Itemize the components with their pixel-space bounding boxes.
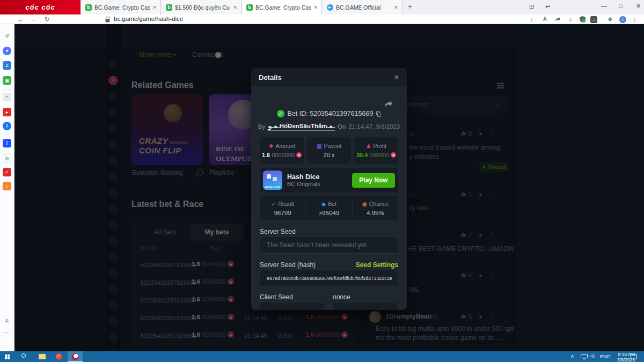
start-button[interactable]: [5, 354, 7, 357]
server-seed-field[interactable]: The Seed hasn't been revealed yet.: [260, 237, 398, 254]
copy-icon[interactable]: [376, 111, 381, 117]
volume-icon[interactable]: ◁): [590, 353, 595, 358]
tray-expand-icon[interactable]: ∧: [570, 353, 574, 359]
coccoc-taskbar-active[interactable]: [68, 351, 83, 362]
url-text[interactable]: bc.game/game/hash-dice: [114, 16, 183, 22]
tiki-icon[interactable]: T: [3, 139, 11, 147]
client-seed-field[interactable]: [260, 302, 325, 310]
chance-icon: ◉: [362, 201, 367, 207]
vtv-icon[interactable]: ✓: [3, 168, 11, 176]
back-icon[interactable]: ←: [18, 14, 24, 24]
forward-icon[interactable]: →: [31, 14, 36, 24]
games-icon[interactable]: ▣: [3, 76, 11, 85]
browser-address-bar: ← → ↻ bc.game/game/hash-dice ↓ A ☆ ↓ ❖ ☺…: [0, 14, 644, 24]
browser-tab-4[interactable]: BC.GAME Official ✕: [323, 0, 402, 14]
modal-close-icon[interactable]: ✕: [394, 73, 399, 81]
idm-download-icon[interactable]: ↓: [590, 16, 597, 23]
payout-icon: ▦: [317, 143, 322, 149]
bet-datetime: 21:14:47, 9/3/2023: [348, 123, 400, 130]
hash-dice-icon: HASH DICE: [263, 171, 282, 190]
window-minimize-button[interactable]: —: [601, 3, 607, 9]
bookmark-star-icon[interactable]: ☆: [568, 14, 573, 24]
shop-cart-icon[interactable]: ⌂: [3, 182, 11, 190]
telegram-favicon: [327, 4, 333, 11]
divider: [3, 89, 11, 90]
tab-title: BC.Game: Crypto Casino Gan: [255, 4, 311, 11]
player-link[interactable]: ـعـوHốĐenSâuThẳmـعـ: [268, 122, 335, 131]
save-page-icon[interactable]: ↓: [530, 14, 533, 24]
share-icon[interactable]: [555, 17, 561, 22]
browser-tab-1[interactable]: b BC.Game: Crypto Casino Gan ✕: [82, 0, 161, 14]
bet-target-stat: ◆Bet >95049: [305, 201, 352, 216]
browser-app-icon[interactable]: [56, 353, 62, 360]
window-maximize-button[interactable]: □: [619, 3, 623, 9]
result-stat: ✓Result 96799: [260, 201, 305, 216]
play-now-button[interactable]: Play Now: [352, 173, 395, 188]
window-close-button[interactable]: ✕: [636, 3, 641, 10]
divider: [3, 135, 11, 135]
server-seed-hash-label: Server Seed (hash): [260, 261, 316, 269]
server-seed-label: Server Seed: [260, 228, 296, 235]
game-name[interactable]: Hash Dice: [287, 173, 320, 181]
tab-close-icon[interactable]: ✕: [394, 5, 398, 10]
more-dots-icon[interactable]: ⋯: [4, 330, 9, 336]
bet-details-modal: Details ✕ ✓ Bet ID: 52035401397615669 By…: [251, 68, 407, 310]
add-shortcut-icon[interactable]: +: [3, 93, 11, 101]
reopen-tab-icon[interactable]: ↩: [545, 3, 550, 10]
result-row: ✓Result 96799 ◆Bet >95049 ◉Chance 4.95%: [260, 196, 398, 220]
new-tab-button[interactable]: +: [408, 3, 412, 11]
result-icon: ✓: [271, 201, 276, 207]
trx-coin-icon: ◆: [296, 152, 302, 158]
browser-tab-2[interactable]: b $1.500 Độc quyền Cuối tuần ✕: [162, 0, 241, 14]
tab-close-icon[interactable]: ✕: [233, 5, 237, 10]
trx-coin-icon: ◆: [391, 152, 396, 158]
network-icon[interactable]: [581, 354, 588, 359]
screen: cốc cốc b BC.Game: Crypto Casino Gan ✕ b…: [0, 0, 644, 362]
bcgame-favicon: b: [246, 4, 253, 11]
bcgame-favicon: b: [166, 4, 172, 11]
soccer-icon[interactable]: ◍: [3, 154, 11, 162]
language-indicator[interactable]: ENG: [600, 354, 611, 359]
youtube-icon[interactable]: ▸: [3, 108, 11, 116]
windows-taskbar: ∧ ◁) ENG 9:15 PM3/9/2023: [0, 351, 644, 362]
tab-title: BC.Game: Crypto Casino Gan: [94, 4, 150, 11]
client-seed-label: Client Seed: [260, 293, 293, 301]
action-center-icon[interactable]: [631, 354, 637, 359]
chance-stat: ◉Chance 4.95%: [352, 201, 398, 216]
tab-close-icon[interactable]: ✕: [152, 5, 157, 10]
share-bet-icon[interactable]: [384, 100, 393, 108]
server-seed-hash-field[interactable]: e97ed7a08c0b72a898a6667e8f0cefdf6b7b8f2d…: [260, 270, 398, 287]
notification-bell-icon[interactable]: 🕭: [3, 316, 11, 325]
modal-title: Details: [259, 73, 282, 82]
tab-title: $1.500 Độc quyền Cuối tuần: [175, 4, 230, 11]
translate-icon[interactable]: A: [543, 14, 547, 24]
extensions-puzzle-icon[interactable]: ❖: [608, 14, 613, 24]
messenger-icon[interactable]: ✦: [3, 47, 11, 55]
downloads-icon[interactable]: ↓: [633, 14, 636, 24]
browser-tab-3-active[interactable]: b BC.Game: Crypto Casino Gan ✕: [243, 0, 322, 14]
tab-close-icon[interactable]: ✕: [313, 5, 318, 10]
tab-title: BC.GAME Official: [336, 4, 391, 11]
bcgame-favicon: b: [85, 4, 92, 11]
zalo-icon[interactable]: Z: [3, 61, 11, 70]
facebook-icon[interactable]: f: [3, 122, 11, 130]
nonce-field[interactable]: [333, 302, 398, 310]
amount-stat: ❖Amount 1.60000000◆: [260, 137, 304, 164]
padlock-icon[interactable]: [105, 17, 110, 23]
coccoc-side-rail: ↺ ✦ Z ▣ + ▸ f T ◍ ✓ ⌂ 🕭 ⋯: [0, 24, 14, 351]
game-row: HASH DICE Hash DiceBC Originals Play Now: [260, 168, 398, 193]
file-explorer-icon[interactable]: [39, 354, 46, 359]
profile-avatar-icon[interactable]: ☺: [619, 16, 626, 23]
game-provider: BC Originals: [287, 181, 320, 187]
modal-header: Details ✕: [251, 68, 407, 86]
tab-search-icon[interactable]: ⊡: [529, 3, 534, 10]
profit-stat: ♟Profit 30.4000000◆: [354, 137, 398, 164]
taskbar-search-icon[interactable]: [21, 353, 26, 358]
reload-icon[interactable]: ↻: [45, 14, 49, 24]
coccoc-logo[interactable]: cốc cốc: [0, 0, 80, 14]
shield-icon[interactable]: [580, 16, 586, 23]
bet-id-text: Bet ID: 52035401397615669: [288, 110, 374, 117]
seed-settings-link[interactable]: Seed Settings: [356, 261, 398, 269]
bet-id-row: ✓ Bet ID: 52035401397615669: [251, 110, 407, 117]
history-icon[interactable]: ↺: [3, 32, 11, 40]
